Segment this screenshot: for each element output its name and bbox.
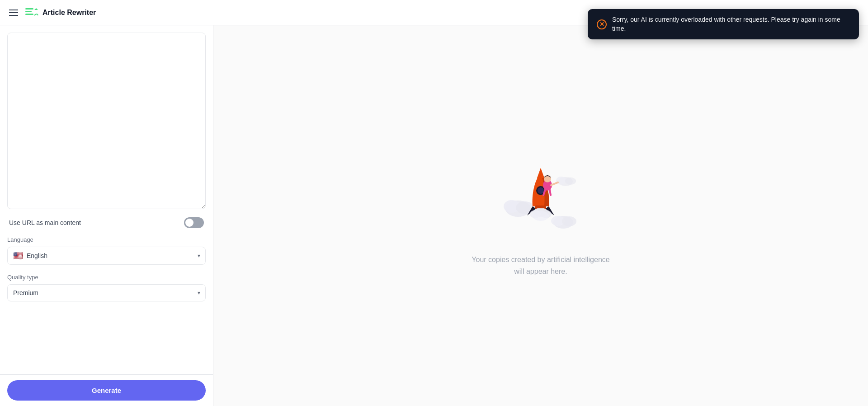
quality-section: Quality type Premium Standard Ultra ▾ — [7, 272, 206, 309]
left-panel: Use URL as main content Language 🇺🇸 Engl… — [0, 25, 213, 406]
language-label: Language — [7, 236, 206, 243]
empty-state: Your copies created by artificial intell… — [472, 154, 609, 277]
language-select-display[interactable]: 🇺🇸 English — [7, 247, 206, 265]
language-section: Language 🇺🇸 English ▾ — [7, 234, 206, 272]
generate-button[interactable]: Generate — [7, 380, 206, 401]
svg-point-8 — [562, 216, 576, 226]
quality-select[interactable]: Premium Standard Ultra — [7, 284, 206, 301]
toast-notification: ✕ Sorry, our AI is currently overloaded … — [588, 9, 859, 39]
svg-point-13 — [538, 187, 544, 194]
empty-state-text: Your copies created by artificial intell… — [472, 254, 609, 277]
hamburger-menu-button[interactable] — [9, 10, 18, 16]
svg-rect-1 — [25, 11, 32, 12]
svg-rect-0 — [25, 8, 33, 10]
logo-container: Article Rewriter — [24, 5, 96, 20]
language-flag: 🇺🇸 — [13, 252, 23, 260]
main-layout: Use URL as main content Language 🇺🇸 Engl… — [0, 25, 868, 406]
quality-label: Quality type — [7, 274, 206, 281]
toast-error-icon: ✕ — [597, 19, 607, 29]
textarea-wrapper — [7, 33, 206, 211]
left-panel-scroll-area: Use URL as main content Language 🇺🇸 Engl… — [0, 25, 213, 374]
svg-point-11 — [565, 177, 576, 185]
url-toggle-label: Use URL as main content — [9, 219, 81, 226]
logo-icon — [24, 5, 39, 20]
language-select-wrapper: 🇺🇸 English ▾ — [7, 247, 206, 265]
svg-point-18 — [533, 211, 549, 221]
right-panel: Your copies created by artificial intell… — [213, 25, 868, 406]
url-toggle-row: Use URL as main content — [7, 211, 206, 234]
svg-rect-2 — [25, 14, 33, 15]
app-title: Article Rewriter — [42, 9, 96, 17]
svg-point-20 — [544, 175, 551, 182]
article-input[interactable] — [7, 33, 206, 209]
url-toggle-switch[interactable] — [184, 217, 204, 228]
language-selected-text: English — [27, 252, 47, 259]
quality-select-wrapper: Premium Standard Ultra ▾ — [7, 284, 206, 301]
toggle-slider — [184, 217, 204, 228]
toast-message: Sorry, our AI is currently overloaded wi… — [612, 15, 850, 33]
rocket-illustration — [495, 154, 586, 245]
bottom-bar: Generate — [0, 374, 213, 406]
